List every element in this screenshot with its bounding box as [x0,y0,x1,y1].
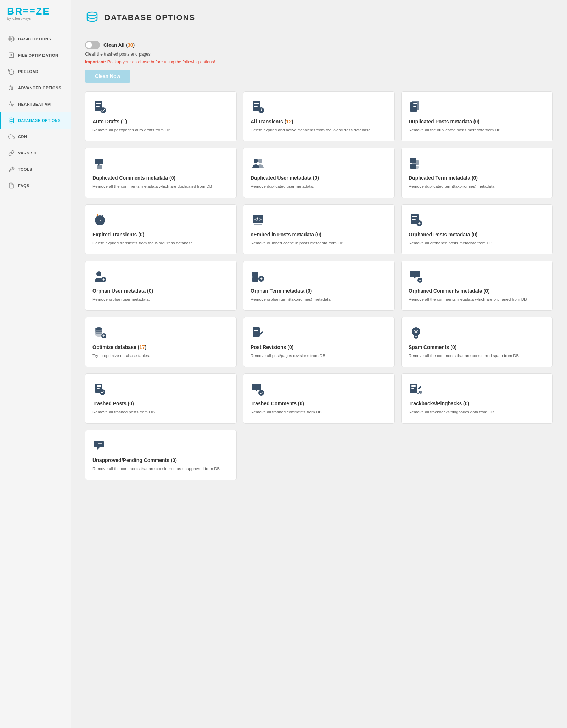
sliders-icon [8,85,15,91]
auto-drafts-icon [92,100,107,114]
link-icon [8,150,15,156]
card-duplicated-term-metadata: Duplicated Term metadata (0) Remove dupl… [401,148,553,198]
svg-rect-33 [412,166,419,169]
svg-rect-66 [411,388,414,389]
sidebar-item-advanced-options[interactable]: Advanced Options [0,80,71,96]
clean-now-button[interactable]: Clean Now [85,70,130,83]
sidebar-item-cdn[interactable]: CDN [0,129,71,145]
all-transients-icon [251,100,265,114]
card-trashed-posts: Trashed Posts (0) Remove all trashed pos… [85,373,237,423]
expired-transients-title: Expired Transients (0) [92,232,229,237]
cards-grid: Auto Drafts (1) Remove all post/pages au… [85,91,553,480]
sidebar-item-preload[interactable]: Preload [0,63,71,80]
card-orphan-user-metadata: Orphan User metadata (0) Remove orphan u… [85,261,237,311]
duplicated-comments-desc: Remove all the comments metadata which a… [92,184,229,190]
sidebar-item-heartbeat-api[interactable]: Heartbeat API [0,96,71,112]
post-revisions-desc: Remove all post/pages revisions from DB [251,353,387,359]
unapproved-comments-title: Unapproved/Pending Comments (0) [92,457,229,463]
sidebar: BR≡≡ZE by Cloudways Basic Options File O… [0,0,71,728]
important-label: Important: [85,60,106,64]
sidebar-item-varnish[interactable]: Varnish [0,145,71,161]
svg-point-12 [87,12,97,16]
duplicated-comments-icon [92,156,107,171]
svg-point-28 [254,159,258,163]
orphan-user-icon [92,269,107,284]
clean-all-toggle-row: Clean All (30) [85,41,553,49]
svg-rect-37 [254,224,262,225]
sidebar-label-advanced-options: Advanced Options [18,86,61,90]
orphan-user-title: Orphan User metadata (0) [92,288,229,294]
orphaned-posts-icon [409,213,423,227]
svg-point-29 [258,159,262,163]
sidebar-item-database-options[interactable]: Database Options [0,112,71,129]
orphaned-comments-icon [409,269,423,284]
svg-point-67 [419,391,422,394]
sidebar-label-heartbeat-api: Heartbeat API [18,102,52,106]
svg-rect-14 [96,103,101,104]
logo-text: BR≡≡ZE [7,6,63,16]
orphaned-posts-title: Orphaned Posts metadata (0) [409,232,545,237]
card-expired-transients: Expired Transients (0) Delete expired tr… [85,204,237,254]
spam-comments-desc: Remove all the comments that are conside… [409,353,545,359]
expired-transients-desc: Delete expired transients from the WordP… [92,240,229,246]
card-trackbacks-pingbacks: Trackbacks/Pingbacks (0) Remove all trac… [401,373,553,423]
sidebar-item-basic-options[interactable]: Basic Options [0,31,71,47]
spam-comments-icon [409,325,423,340]
svg-rect-59 [97,386,101,387]
svg-rect-25 [413,103,417,104]
auto-drafts-desc: Remove all post/pages auto drafts from D… [92,127,229,133]
file-icon [8,52,15,58]
oembed-desc: Remove oEmbed cache in posts metadata fr… [251,240,387,246]
orphaned-comments-desc: Remove all the comments metadata which a… [409,297,545,303]
trashed-posts-title: Trashed Posts (0) [92,401,229,406]
svg-point-10 [10,89,11,90]
svg-point-43 [96,271,101,276]
svg-rect-60 [97,388,100,389]
trashed-comments-title: Trashed Comments (0) [251,401,387,406]
svg-rect-19 [254,103,259,104]
card-trashed-comments: Trashed Comments (0) Remove all trashed … [243,373,395,423]
svg-rect-26 [413,105,417,105]
duplicated-posts-title: Duplicated Posts metadata (0) [409,119,545,124]
sidebar-item-file-optimization[interactable]: File Optimization [0,47,71,63]
sidebar-label-tools: Tools [18,167,32,171]
oembed-icon [251,213,265,227]
sidebar-label-faqs: FAQs [18,184,29,188]
gear-icon [8,36,15,42]
sidebar-label-database-options: Database Options [18,118,61,123]
page-title: DATABASE OPTIONS [105,13,195,22]
duplicated-user-icon [251,156,265,171]
sidebar-item-faqs[interactable]: FAQs [0,177,71,194]
card-post-revisions: Post Revisions (0) Remove all post/pages… [243,317,395,367]
svg-rect-16 [96,106,100,107]
svg-rect-64 [411,385,416,386]
card-spam-comments: Spam Comments (0) Remove all the comment… [401,317,553,367]
optimize-db-desc: Try to optimize database tables. [92,353,229,359]
important-link: Backup your database before using the fo… [107,60,215,64]
svg-rect-24 [412,101,419,110]
sidebar-item-tools[interactable]: Tools [0,161,71,177]
database-icon [8,117,15,124]
svg-point-0 [11,38,12,40]
sidebar-label-cdn: CDN [18,135,27,139]
optimize-db-title: Optimize database (17) [92,344,229,350]
card-orphaned-posts-metadata: Orphaned Posts metadata (0) Remove all o… [401,204,553,254]
sidebar-label-varnish: Varnish [18,151,37,155]
logo-sub: by Cloudways [7,17,63,21]
wrench-icon [8,166,15,173]
svg-rect-21 [254,106,258,107]
card-orphan-term-metadata: Orphan Term metadata (0) Remove orphan t… [243,261,395,311]
document-icon [8,182,15,189]
unapproved-comments-icon [92,438,107,453]
card-duplicated-posts-metadata: Duplicated Posts metadata (0) Remove all… [401,91,553,141]
svg-rect-52 [254,329,258,329]
card-all-transients: All Transients (12) Delete expired and a… [243,91,395,141]
svg-rect-40 [412,218,417,218]
clean-all-desc: Cleall the trashed posts and pages. [85,52,553,57]
unapproved-comments-desc: Remove all the comments that are conside… [92,466,229,472]
card-unapproved-comments: Unapproved/Pending Comments (0) Remove a… [85,430,237,480]
svg-rect-65 [411,386,416,387]
svg-rect-45 [252,272,258,277]
clean-all-toggle[interactable] [85,41,100,49]
svg-rect-15 [96,105,101,105]
